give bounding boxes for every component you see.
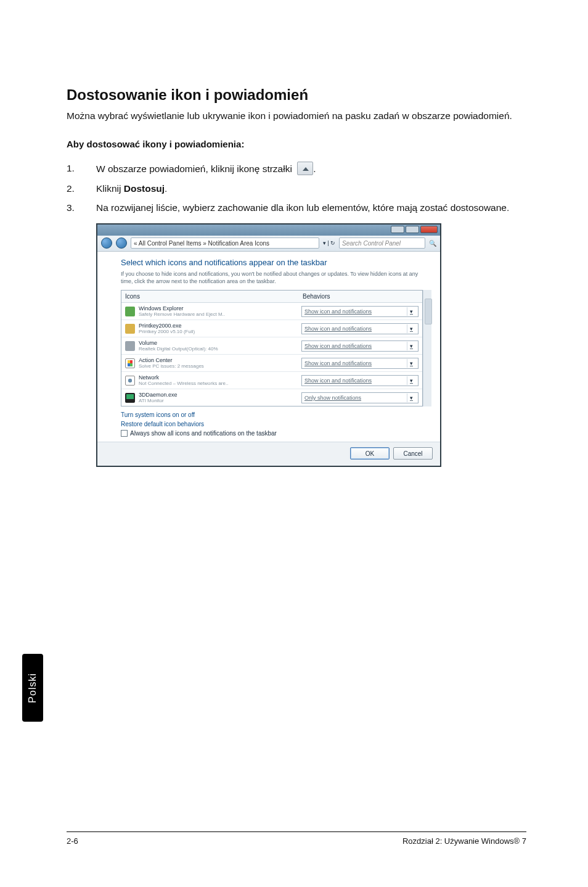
search-placeholder: Search Control Panel: [342, 240, 401, 247]
window-minimize-button[interactable]: [391, 226, 404, 233]
lead-paragraph: Można wybrać wyświetlanie lub ukrywanie …: [67, 110, 526, 123]
behavior-dropdown[interactable]: Only show notifications▾: [301, 392, 419, 403]
behavior-dropdown[interactable]: Show icon and notifications▾: [301, 358, 419, 369]
window-maximize-button[interactable]: [406, 226, 419, 233]
cancel-button[interactable]: Cancel: [393, 447, 433, 460]
search-input[interactable]: Search Control Panel: [339, 237, 425, 249]
icon-label: Action CenterSolve PC issues: 2 messages: [139, 357, 301, 369]
table-row: Windows ExplorerSafely Remove Hardware a…: [121, 303, 422, 320]
dialog-heading: Select which icons and notifications app…: [121, 258, 431, 267]
table-row: 3DDaemon.exeATI MonitorOnly show notific…: [121, 389, 422, 406]
ok-button[interactable]: OK: [350, 447, 390, 460]
page-title: Dostosowanie ikon i powiadomień: [67, 86, 526, 104]
back-button[interactable]: [101, 237, 112, 249]
table-row: Action CenterSolve PC issues: 2 messages…: [121, 355, 422, 372]
chevron-down-icon: ▾: [407, 376, 415, 385]
dialog-hint: If you choose to hide icons and notifica…: [121, 271, 431, 285]
chevron-down-icon: ▾: [407, 342, 415, 350]
behavior-value: Show icon and notifications: [304, 343, 372, 349]
behavior-dropdown[interactable]: Show icon and notifications▾: [301, 323, 419, 334]
page-number: 2-6: [67, 836, 78, 846]
chevron-down-icon: ▾: [407, 394, 415, 402]
step-number: 3.: [67, 201, 96, 215]
step-text: Kliknij Dostosuj.: [96, 182, 526, 196]
table-row: Printkey2000.exePrintkey 2000 v5.10 (Ful…: [121, 320, 422, 337]
address-field[interactable]: « All Control Panel Items » Notification…: [131, 237, 319, 249]
breadcrumb: « All Control Panel Items » Notification…: [134, 240, 269, 247]
behavior-value: Show icon and notifications: [304, 326, 372, 332]
column-header-icons: Icons: [121, 291, 299, 302]
behavior-value: Show icon and notifications: [304, 377, 372, 384]
icon-label: NetworkNot Connected – Wireless networks…: [139, 374, 301, 386]
table-row: NetworkNot Connected – Wireless networks…: [121, 372, 422, 389]
language-tab-label: Polski: [27, 673, 38, 703]
always-show-checkbox[interactable]: [121, 430, 128, 437]
app-icon: [125, 393, 135, 403]
screenshot-notification-area-icons: « All Control Panel Items » Notification…: [96, 223, 441, 467]
always-show-label: Always show all icons and notifications …: [130, 430, 277, 437]
step-text: W obszarze powiadomień, kliknij ikonę st…: [96, 162, 526, 176]
footer-rule: [67, 831, 526, 832]
link-turn-system-icons[interactable]: Turn system icons on or off: [121, 411, 431, 418]
step-text: Na rozwijanej liście, wybierz zachowanie…: [96, 201, 526, 215]
icon-label: 3DDaemon.exeATI Monitor: [139, 392, 301, 403]
icon-label: VolumeRealtek Digital Output(Optical): 4…: [139, 340, 301, 352]
search-icon[interactable]: 🔍: [429, 240, 436, 247]
chapter-label: Rozdział 2: Używanie Windows® 7: [402, 836, 526, 846]
icon-label: Windows ExplorerSafely Remove Hardware a…: [139, 305, 301, 317]
app-icon: [125, 358, 135, 368]
app-icon: [125, 324, 135, 334]
explorer-address-bar: « All Control Panel Items » Notification…: [97, 236, 440, 252]
steps-heading: Aby dostosować ikony i powiadomienia:: [67, 139, 526, 149]
app-icon: [125, 376, 135, 386]
behavior-dropdown[interactable]: Show icon and notifications▾: [301, 375, 419, 386]
app-icon: [125, 341, 135, 351]
forward-button[interactable]: [116, 237, 127, 249]
svg-marker-0: [303, 167, 309, 171]
window-titlebar: [97, 225, 440, 236]
steps-list: 1. W obszarze powiadomień, kliknij ikonę…: [67, 162, 526, 215]
behavior-value: Show icon and notifications: [304, 360, 372, 366]
step-number: 1.: [67, 162, 96, 176]
language-tab: Polski: [22, 654, 43, 722]
behavior-value: Show icon and notifications: [304, 308, 372, 315]
chevron-down-icon: ▾: [407, 307, 415, 316]
window-close-button[interactable]: [420, 226, 438, 233]
behavior-value: Only show notifications: [304, 395, 361, 401]
table-row: VolumeRealtek Digital Output(Optical): 4…: [121, 337, 422, 355]
behavior-dropdown[interactable]: Show icon and notifications▾: [301, 340, 419, 352]
chevron-down-icon: ▾: [407, 324, 415, 333]
show-hidden-icons-arrow-icon: [297, 162, 313, 175]
chevron-down-icon: ▾: [407, 359, 415, 368]
behavior-dropdown[interactable]: Show icon and notifications▾: [301, 306, 419, 317]
icon-label: Printkey2000.exePrintkey 2000 v5.10 (Ful…: [139, 323, 301, 334]
scrollbar[interactable]: [423, 290, 431, 406]
step-number: 2.: [67, 182, 96, 196]
link-restore-defaults[interactable]: Restore default icon behaviors: [121, 421, 431, 427]
app-icon: [125, 307, 135, 316]
column-header-behaviors: Behaviors: [299, 291, 422, 302]
